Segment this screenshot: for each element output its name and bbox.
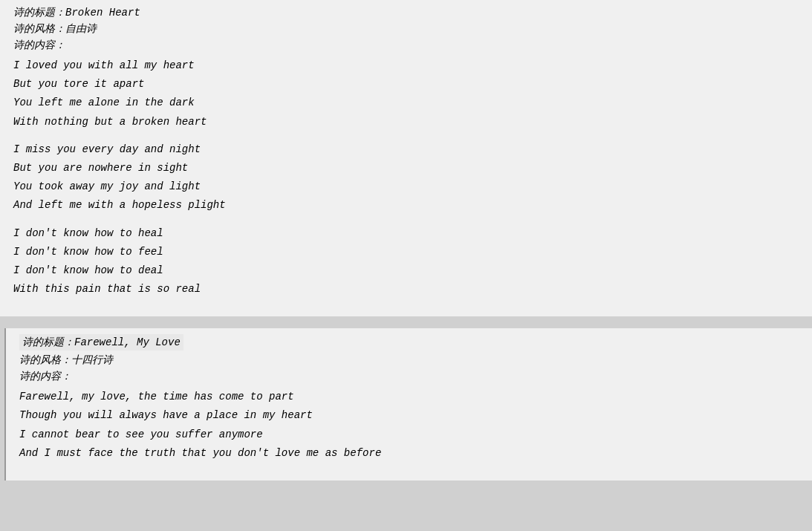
poem2-s1-l1: Farewell, my love, the time has come to … (19, 388, 803, 406)
poem2-s1-l2: Though you will always have a place in m… (19, 406, 803, 425)
poem1-s3-l4: With this pain that is so real (13, 280, 803, 299)
poem1-block: 诗的标题：Broken Heart 诗的风格：自由诗 诗的内容： I loved… (0, 0, 812, 316)
poem1-s1-l3: You left me alone in the dark (13, 94, 803, 112)
poem1-stanza1: I loved you with all my heart But you to… (13, 56, 803, 131)
poem1-s3-l1: I don't know how to heal (13, 224, 803, 243)
poem1-s2-l1: I miss you every day and night (13, 140, 803, 159)
poem2-style: 诗的风格：十四行诗 (19, 354, 803, 367)
poem2-content-label: 诗的内容： (19, 370, 803, 383)
poem1-s1-l1: I loved you with all my heart (13, 56, 803, 75)
poem1-s1-l4: With nothing but a broken heart (13, 113, 803, 131)
divider (0, 322, 812, 328)
poem1-stanza2: I miss you every day and night But you a… (13, 140, 803, 215)
poem1-s2-l4: And left me with a hopeless plight (13, 196, 803, 215)
poem2-block: 诗的标题：Farewell, My Love 诗的风格：十四行诗 诗的内容： F… (6, 328, 812, 480)
poem2-s1-l4: And I must face the truth that you don't… (19, 444, 803, 463)
poem1-s3-l2: I don't know how to feel (13, 243, 803, 261)
poem2-wrapper: 诗的标题：Farewell, My Love 诗的风格：十四行诗 诗的内容： F… (0, 328, 812, 480)
poem2-title: 诗的标题：Farewell, My Love (19, 334, 183, 351)
poem1-s2-l2: But you are nowhere in sight (13, 159, 803, 177)
poem1-s3-l3: I don't know how to deal (13, 261, 803, 280)
poem2-stanza1: Farewell, my love, the time has come to … (19, 388, 803, 463)
poem1-content-label: 诗的内容： (13, 39, 803, 52)
poem1-style: 诗的风格：自由诗 (13, 22, 803, 36)
poem1-title: 诗的标题：Broken Heart (13, 6, 803, 19)
poem1-s2-l3: You took away my joy and light (13, 177, 803, 196)
poem1-s1-l2: But you tore it apart (13, 75, 803, 94)
page-container: 诗的标题：Broken Heart 诗的风格：自由诗 诗的内容： I loved… (0, 0, 812, 531)
poem1-stanza3: I don't know how to heal I don't know ho… (13, 224, 803, 299)
poem2-s1-l3: I cannot bear to see you suffer anymore (19, 426, 803, 444)
